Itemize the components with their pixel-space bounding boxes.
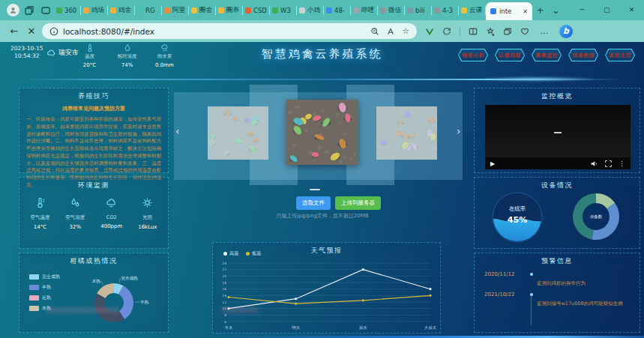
tab-label: 48- bbox=[334, 7, 345, 14]
select-file-button[interactable]: 选取文件 bbox=[296, 196, 331, 210]
workspaces-icon[interactable] bbox=[21, 0, 37, 20]
carousel-slide-prev[interactable] bbox=[208, 106, 268, 160]
env-stat-label: 空气湿度 bbox=[65, 214, 85, 221]
nav-button-3[interactable]: 摄像监控 bbox=[532, 49, 562, 61]
tab-favicon-icon bbox=[353, 7, 359, 13]
collections-icon[interactable] bbox=[486, 27, 495, 36]
tab-list-chevron-icon[interactable]: ⌄ bbox=[548, 5, 564, 16]
svg-text:明天: 明天 bbox=[292, 325, 301, 330]
tab-close-icon[interactable]: ✕ bbox=[523, 8, 528, 15]
refresh-ring-icon[interactable] bbox=[442, 27, 451, 36]
tab-label: 鸡舍 bbox=[118, 6, 131, 15]
legend-item[interactable]: 低温 bbox=[246, 250, 261, 257]
profile-avatar[interactable] bbox=[4, 0, 21, 20]
browser-tab[interactable]: 小鸡 bbox=[297, 0, 323, 20]
carousel-indicator[interactable] bbox=[310, 189, 320, 190]
nav-button-4[interactable]: 鸡场数据 bbox=[568, 49, 598, 61]
tab-label: 鸡场 bbox=[91, 6, 104, 15]
nav-button-2[interactable]: 认领鸡群 bbox=[495, 49, 525, 61]
split-screen-icon[interactable] bbox=[469, 27, 478, 36]
svg-text:6: 6 bbox=[224, 320, 226, 324]
carousel-slide-next[interactable] bbox=[376, 106, 437, 160]
browser-tab[interactable]: 圈舍 bbox=[189, 0, 215, 20]
browser-tab[interactable]: CSD bbox=[243, 0, 269, 20]
toolbar-separator bbox=[460, 26, 460, 37]
ripeness-donut-chart: 完全成熟半熟未熟 bbox=[67, 265, 168, 333]
extension-icon[interactable] bbox=[425, 27, 434, 36]
minimize-button[interactable]: ─ bbox=[570, 0, 595, 20]
tab-favicon-icon bbox=[380, 7, 386, 13]
alert-text: 监测到鸡群的异常行为 bbox=[537, 271, 634, 287]
video-player[interactable]: ▶ ⋮ bbox=[485, 105, 631, 169]
play-icon[interactable]: ▶ bbox=[490, 160, 495, 167]
tab-label: 小鸡 bbox=[307, 6, 320, 15]
legend-item[interactable]: 高温 bbox=[223, 250, 238, 257]
browser-tab[interactable]: 360 bbox=[54, 0, 80, 20]
browser-tab[interactable]: 阿里 bbox=[162, 0, 188, 20]
favorite-star-icon[interactable]: ☆ bbox=[402, 26, 409, 36]
new-tab-button[interactable]: + bbox=[532, 5, 548, 16]
site-info-icon[interactable] bbox=[49, 27, 58, 36]
carousel-prev-icon[interactable]: ‹ bbox=[175, 126, 180, 136]
browser-tab[interactable]: bili bbox=[405, 0, 431, 20]
bing-copilot-icon[interactable]: b bbox=[559, 25, 573, 38]
alert-dot-icon bbox=[530, 273, 533, 276]
browser-tab[interactable]: 鸡舍 bbox=[108, 0, 134, 20]
browser-tab[interactable]: RG bbox=[135, 0, 161, 20]
address-input[interactable]: localhost:8080/#/index ☆ bbox=[42, 23, 417, 39]
active-tab[interactable]: inte ✕ bbox=[486, 2, 532, 20]
env-stat: 光照16kLux bbox=[138, 197, 157, 230]
nav-button-1[interactable]: 销售分析 bbox=[458, 49, 488, 61]
carousel-next-icon[interactable]: › bbox=[457, 126, 461, 136]
stop-icon[interactable]: ✕ bbox=[25, 25, 38, 37]
panel-title: 预警信息 bbox=[475, 253, 640, 266]
browser-tab[interactable]: 鸡场 bbox=[81, 0, 107, 20]
svg-text:14: 14 bbox=[222, 294, 226, 298]
read-aloud-icon[interactable] bbox=[386, 27, 395, 36]
legend-item[interactable]: 近熟 bbox=[29, 295, 60, 301]
tab-label: W3 bbox=[280, 7, 291, 14]
nav-button-5[interactable]: 返回主页 bbox=[605, 49, 635, 61]
volume-icon[interactable] bbox=[590, 160, 598, 168]
close-button[interactable]: ✕ bbox=[619, 0, 644, 20]
zoom-icon[interactable] bbox=[370, 27, 379, 36]
svg-text:8: 8 bbox=[224, 313, 226, 317]
upload-button[interactable]: 上传到服务器 bbox=[335, 196, 381, 210]
legend-item[interactable]: 半熟 bbox=[29, 284, 60, 291]
weather-stat-value: 74% bbox=[121, 62, 133, 68]
back-icon[interactable]: ← bbox=[7, 25, 21, 37]
svg-text:22: 22 bbox=[222, 268, 226, 271]
browser-tab[interactable]: 48- bbox=[324, 0, 350, 20]
co2-icon bbox=[106, 197, 117, 208]
legend-swatch bbox=[29, 306, 39, 311]
tab-favicon-icon bbox=[272, 7, 278, 13]
alert-item: 2021/10/22监测到编号w17u008的鸡可能疑似生病 bbox=[475, 292, 634, 307]
tab-actions-icon[interactable] bbox=[37, 0, 54, 20]
browser-tab[interactable]: 微信 bbox=[378, 0, 404, 20]
fullscreen-icon[interactable] bbox=[604, 160, 613, 168]
video-menu-icon[interactable]: ⋮ bbox=[619, 160, 625, 167]
panel-ripeness: 柑橘成熟情况 完全成熟半熟近熟未熟 完全成熟半熟未熟 bbox=[19, 253, 169, 333]
legend-swatch bbox=[29, 285, 39, 290]
screen: 360鸡场鸡舍RG阿里圈舍圈养CSDW3小鸡48-哔哩微信bili4-3云课 i… bbox=[0, 0, 644, 338]
svg-text:完全成熟: 完全成熟 bbox=[121, 276, 138, 281]
browser-tab[interactable]: 圈养 bbox=[216, 0, 242, 20]
browser-tab[interactable]: 哔哩 bbox=[351, 0, 377, 20]
legend-dot-icon bbox=[246, 252, 250, 256]
carousel-slide-current[interactable] bbox=[286, 100, 358, 165]
browser-tab[interactable]: 4-3 bbox=[432, 0, 458, 20]
more-options-icon[interactable]: … bbox=[538, 26, 551, 36]
nav-button-label: 摄像监控 bbox=[532, 49, 561, 61]
browser-tab[interactable]: W3 bbox=[270, 0, 296, 20]
alert-list: 2020/11/12监测到鸡群的异常行为2021/10/22监测到编号w17u0… bbox=[475, 271, 634, 312]
legend-item[interactable]: 完全成熟 bbox=[29, 274, 60, 280]
tab-groups-icon[interactable] bbox=[503, 27, 512, 36]
browser-essentials-icon[interactable] bbox=[520, 27, 529, 36]
tab-label: 圈养 bbox=[226, 6, 239, 15]
svg-text:45%: 45% bbox=[508, 215, 527, 225]
tab-favicon-icon bbox=[299, 7, 305, 13]
header-divider bbox=[0, 76, 644, 82]
legend-swatch bbox=[29, 274, 39, 280]
browser-tab[interactable]: 云课 bbox=[459, 0, 485, 20]
maximize-button[interactable]: ▢ bbox=[595, 0, 619, 20]
